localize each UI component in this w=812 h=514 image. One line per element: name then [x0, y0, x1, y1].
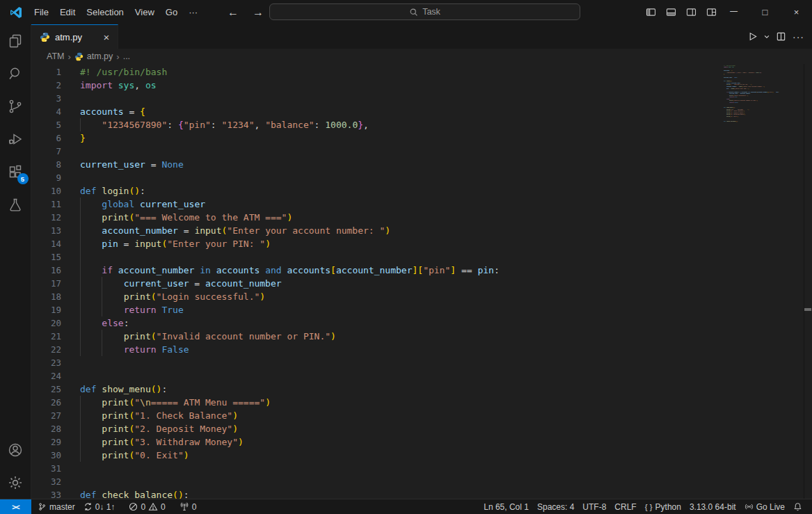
code-line-14[interactable]: 14 pin = input("Enter your PIN: ") [31, 237, 500, 250]
menu-overflow[interactable]: ··· [183, 5, 203, 19]
ports-status[interactable]: 0 [175, 499, 201, 514]
menu-file[interactable]: File [29, 5, 54, 19]
toggle-panel-button[interactable] [665, 6, 677, 18]
code-area[interactable]: 1#! /usr/bin/bash2import sys, os34accoun… [31, 65, 500, 499]
line-number[interactable]: 18 [31, 290, 61, 303]
line-number[interactable]: 6 [31, 131, 61, 145]
menu-selection[interactable]: Selection [81, 5, 129, 19]
code-line-22[interactable]: 22 return False [31, 343, 500, 356]
code-line-18[interactable]: 18 print("Login successful.") [31, 290, 500, 303]
line-number[interactable]: 13 [31, 224, 61, 237]
line-number[interactable]: 3 [31, 92, 61, 105]
accounts-icon[interactable] [0, 433, 31, 466]
breadcrumb-folder[interactable]: ATM [47, 51, 64, 61]
code-line-6[interactable]: 6} [31, 131, 500, 145]
line-number[interactable]: 27 [31, 409, 61, 422]
line-number[interactable]: 7 [31, 145, 61, 158]
code-line-25[interactable]: 25def show_menu(): [31, 383, 500, 396]
code-line-15[interactable]: 15 [31, 250, 500, 264]
split-editor-button[interactable] [774, 29, 788, 45]
line-number[interactable]: 23 [31, 356, 61, 369]
code-line-1[interactable]: 1#! /usr/bin/bash [31, 65, 500, 79]
menu-go[interactable]: Go [160, 5, 183, 19]
maximize-button[interactable]: □ [749, 0, 781, 24]
line-number[interactable]: 33 [31, 488, 61, 499]
code-line-16[interactable]: 16 if account_number in accounts and acc… [31, 264, 500, 277]
breadcrumb-symbol[interactable]: ... [123, 51, 130, 61]
code-line-24[interactable]: 24 [31, 369, 500, 383]
code-line-7[interactable]: 7 [31, 145, 500, 158]
code-line-21[interactable]: 21 print("Invalid account number or PIN.… [31, 330, 500, 343]
command-center-search[interactable]: Task [269, 3, 580, 20]
problems-status[interactable]: 0 0 [125, 499, 169, 514]
line-number[interactable]: 9 [31, 171, 61, 184]
line-number[interactable]: 32 [31, 475, 61, 488]
toggle-secondary-sidebar-button[interactable] [685, 6, 697, 18]
git-branch-status[interactable]: master [33, 499, 79, 514]
line-number[interactable]: 14 [31, 237, 61, 250]
line-number[interactable]: 17 [31, 277, 61, 290]
line-number[interactable]: 21 [31, 330, 61, 343]
code-line-17[interactable]: 17 current_user = account_number [31, 277, 500, 290]
line-number[interactable]: 15 [31, 250, 61, 264]
line-number[interactable]: 22 [31, 343, 61, 356]
python-interpreter[interactable]: 3.13.0 64-bit [685, 499, 740, 514]
customize-layout-button[interactable] [706, 6, 717, 18]
minimap[interactable]: #! /usr/bin/bashimport sys, osaccounts =… [724, 64, 800, 499]
line-number[interactable]: 12 [31, 211, 61, 224]
line-number[interactable]: 2 [31, 79, 61, 92]
forward-arrow-icon[interactable]: → [253, 6, 264, 19]
cursor-position[interactable]: Ln 65, Col 1 [479, 499, 533, 514]
code-line-30[interactable]: 30 print("0. Exit") [31, 449, 500, 462]
settings-gear-icon[interactable] [0, 466, 31, 499]
code-line-20[interactable]: 20 else: [31, 316, 500, 330]
tab-close-icon[interactable]: × [99, 30, 113, 44]
code-line-28[interactable]: 28 print("2. Deposit Money") [31, 422, 500, 435]
git-sync-status[interactable]: 0↓ 1↑ [79, 499, 120, 514]
line-number[interactable]: 20 [31, 316, 61, 330]
line-number[interactable]: 5 [31, 118, 61, 131]
explorer-icon[interactable] [0, 24, 31, 57]
code-line-13[interactable]: 13 account_number = input("Enter your ac… [31, 224, 500, 237]
menu-edit[interactable]: Edit [54, 5, 81, 19]
extensions-icon[interactable]: 5 [0, 155, 31, 188]
line-number[interactable]: 11 [31, 198, 61, 211]
code-line-12[interactable]: 12 print("=== Welcome to the ATM ===") [31, 211, 500, 224]
more-actions-button[interactable]: ··· [790, 29, 806, 45]
run-and-debug-icon[interactable] [0, 122, 31, 155]
line-number[interactable]: 24 [31, 369, 61, 383]
line-number[interactable]: 1 [31, 65, 61, 79]
language-mode[interactable]: { } Python [641, 499, 685, 514]
scrollbar[interactable] [804, 64, 812, 499]
code-line-9[interactable]: 9 [31, 171, 500, 184]
notifications-bell[interactable] [789, 499, 806, 514]
line-number[interactable]: 26 [31, 396, 61, 409]
testing-icon[interactable] [0, 188, 31, 220]
menu-view[interactable]: View [129, 5, 160, 19]
close-window-button[interactable]: × [781, 0, 812, 24]
code-line-8[interactable]: 8current_user = None [31, 158, 500, 171]
code-line-3[interactable]: 3 [31, 92, 500, 105]
line-number[interactable]: 30 [31, 449, 61, 462]
code-line-10[interactable]: 10def login(): [31, 184, 500, 198]
code-editor[interactable]: 1#! /usr/bin/bash2import sys, os34accoun… [31, 64, 812, 499]
code-line-33[interactable]: 33def check_balance(): [31, 488, 500, 499]
code-line-27[interactable]: 27 print("1. Check Balance") [31, 409, 500, 422]
breadcrumb-file[interactable]: atm.py [87, 51, 113, 61]
tab-atm-py[interactable]: atm.py × [31, 24, 118, 49]
line-number[interactable]: 28 [31, 422, 61, 435]
indentation-setting[interactable]: Spaces: 4 [533, 499, 578, 514]
run-python-file-button[interactable] [745, 29, 760, 45]
line-number[interactable]: 31 [31, 462, 61, 475]
code-line-32[interactable]: 32 [31, 475, 500, 488]
toggle-primary-sidebar-button[interactable] [645, 6, 657, 18]
search-icon[interactable] [0, 57, 31, 90]
line-number[interactable]: 19 [31, 303, 61, 316]
line-number[interactable]: 25 [31, 383, 61, 396]
code-line-2[interactable]: 2import sys, os [31, 79, 500, 92]
remote-indicator[interactable]: >< [0, 499, 31, 514]
run-dropdown-chevron-icon[interactable] [761, 29, 772, 45]
code-line-11[interactable]: 11 global current_user [31, 198, 500, 211]
code-line-29[interactable]: 29 print("3. Withdraw Money") [31, 435, 500, 449]
source-control-icon[interactable] [0, 90, 31, 122]
